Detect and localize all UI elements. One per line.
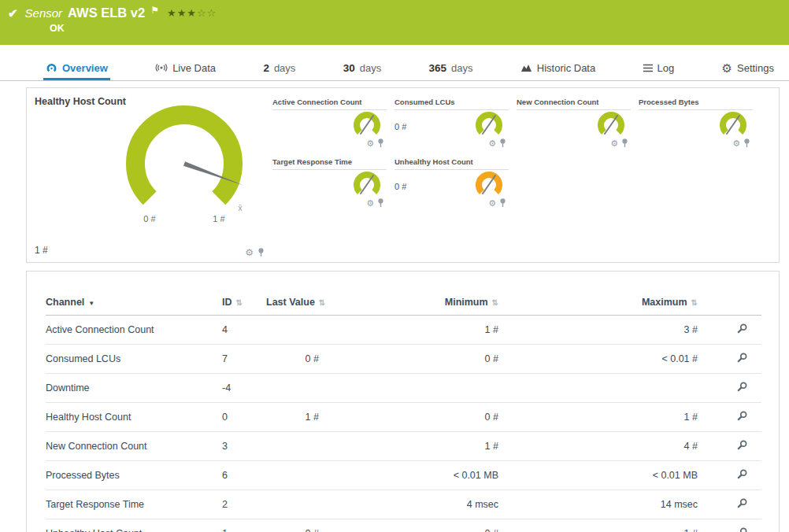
overview-gauge-icon (46, 63, 57, 73)
cell-maximum: 3 # (534, 316, 723, 345)
sensor-status-badge: OK (50, 23, 780, 34)
gauge-pin-icon[interactable] (377, 139, 384, 148)
sort-icon: ⇅ (691, 298, 698, 307)
channel-settings-icon[interactable] (736, 381, 748, 393)
table-row: New Connection Count 3 1 # 4 # (46, 432, 761, 461)
gauge-pin-icon[interactable] (743, 139, 750, 148)
sort-icon: ⇅ (319, 298, 325, 307)
sensor-kind-label: Sensor (25, 6, 63, 20)
live-broadcast-icon (155, 63, 168, 72)
cell-minimum: 1 # (341, 316, 534, 345)
gauges-panel: Healthy Host Count 0 # 1 # x̄ 1 # ⚙ Acti… (26, 87, 780, 263)
tab-bar: Overview Live Data 2 days 30 days 365 da… (0, 55, 789, 81)
table-row: Healthy Host Count 0 1 # 0 # 1 # (46, 403, 761, 432)
cell-last-value (266, 316, 341, 345)
sort-icon: ⇅ (492, 298, 498, 307)
column-header-maximum[interactable]: Maximum⇅ (534, 292, 723, 316)
channel-settings-icon[interactable] (736, 497, 748, 509)
primary-gauge-value: 1 # (35, 245, 48, 256)
cell-id: 4 (215, 316, 266, 345)
mini-gauge-title: Unhealthy Host Count (394, 157, 509, 170)
channel-settings-icon[interactable] (736, 323, 748, 334)
gauge-settings-gear-icon[interactable]: ⚙ (732, 139, 740, 148)
historic-chart-icon (520, 63, 532, 72)
priority-rating[interactable]: ★★★☆☆ (167, 7, 217, 19)
channel-settings-icon[interactable] (736, 352, 748, 364)
gauge-settings-gear-icon[interactable]: ⚙ (610, 139, 618, 148)
tab-live-data-label: Live Data (172, 62, 216, 74)
cell-channel: Active Connection Count (46, 316, 215, 345)
cell-channel: New Connection Count (46, 432, 215, 461)
tab-log-label: Log (658, 62, 675, 74)
cell-last-value (266, 461, 341, 490)
gauge-pin-icon[interactable] (499, 139, 506, 148)
tab-30-days[interactable]: 30 days (341, 55, 384, 80)
sensor-title: AWS ELB v2 (68, 6, 145, 20)
mini-gauge-value: 0 # (394, 182, 406, 191)
cell-minimum: 4 msec (341, 490, 534, 519)
cell-id: 3 (215, 432, 266, 461)
mini-gauge-tile-processed-bytes: Processed Bytes ⚙ (639, 98, 753, 148)
column-header-last-value[interactable]: Last Value⇅ (266, 292, 341, 316)
channel-settings-icon[interactable] (736, 468, 748, 480)
cell-channel: Processed Bytes (46, 461, 215, 490)
channel-settings-icon[interactable] (736, 410, 748, 422)
gauge-pin-icon[interactable] (499, 198, 506, 208)
cell-channel: Downtime (46, 374, 215, 403)
tab-365-days-number: 365 (428, 62, 446, 74)
settings-gear-icon: ⚙ (722, 62, 732, 74)
cell-maximum: 14 msec (534, 490, 723, 519)
stars-empty: ☆☆ (197, 7, 217, 19)
gauge-settings-gear-icon[interactable]: ⚙ (366, 199, 374, 208)
tab-settings-label: Settings (737, 62, 774, 74)
mini-gauge-title: Processed Bytes (639, 98, 753, 110)
gauge-settings-gear-icon[interactable]: ⚙ (366, 139, 374, 148)
cell-maximum: < 0.01 MB (534, 461, 723, 490)
cell-minimum: 0 # (341, 345, 534, 374)
gauge-scale-min: 0 # (143, 214, 156, 224)
column-header-minimum[interactable]: Minimum⇅ (341, 292, 534, 316)
tab-historic-data[interactable]: Historic Data (518, 55, 598, 80)
tab-overview[interactable]: Overview (43, 55, 110, 80)
cell-last-value: 0 # (266, 519, 341, 532)
cell-id: 1 (215, 519, 266, 532)
sort-active-icon: ▼ (88, 300, 94, 307)
stars-filled: ★★★ (167, 7, 197, 19)
mini-gauge-tile-unhealthy-host-count: Unhealthy Host Count 0 # ⚙ (394, 157, 509, 208)
tab-2-days[interactable]: 2 days (261, 55, 298, 80)
gauge-pin-icon[interactable] (621, 139, 628, 148)
mini-gauge-title: Target Response Time (272, 157, 387, 170)
tab-live-data[interactable]: Live Data (153, 55, 218, 80)
mini-gauge-title: Active Connection Count (272, 98, 387, 110)
table-row: Active Connection Count 4 1 # 3 # (46, 316, 761, 345)
gauge-settings-gear-icon[interactable]: ⚙ (488, 199, 496, 208)
gauge-settings-gear-icon[interactable]: ⚙ (488, 139, 496, 148)
cell-id: -4 (215, 374, 266, 403)
cell-last-value: 1 # (266, 403, 341, 432)
gauge-pin-icon[interactable] (257, 248, 265, 257)
channel-settings-icon[interactable] (736, 526, 748, 532)
mini-gauge-tile-active-connection-count: Active Connection Count ⚙ (272, 98, 387, 148)
mini-gauge-dial (471, 172, 507, 201)
tab-settings[interactable]: ⚙ Settings (720, 55, 776, 80)
gauge-pin-icon[interactable] (377, 198, 384, 208)
mini-gauge-dial (471, 112, 507, 142)
mini-gauge-dial (715, 112, 751, 142)
column-header-channel[interactable]: Channel▼ (46, 292, 215, 316)
column-header-id[interactable]: ID⇅ (215, 292, 266, 316)
cell-minimum: 0 # (341, 519, 534, 532)
cell-last-value: 0 # (266, 345, 341, 374)
mini-gauge-value: 0 # (394, 122, 406, 131)
tab-365-days[interactable]: 365 days (426, 55, 475, 80)
gauge-average-marker: x̄ (239, 204, 243, 212)
channel-settings-icon[interactable] (736, 439, 748, 451)
gauge-settings-gear-icon[interactable]: ⚙ (245, 248, 254, 257)
mini-gauge-title: New Connection Count (517, 98, 631, 110)
tab-log[interactable]: Log (641, 55, 677, 80)
table-row: Target Response Time 2 4 msec 14 msec (46, 490, 761, 519)
mini-gauge-dial (593, 112, 629, 142)
column-header-actions (723, 292, 761, 316)
priority-flag-icon[interactable]: ⚑ (150, 5, 159, 16)
cell-channel: Target Response Time (46, 490, 215, 519)
channels-table: Channel▼ ID⇅ Last Value⇅ Minimum⇅ Maximu… (46, 292, 761, 532)
